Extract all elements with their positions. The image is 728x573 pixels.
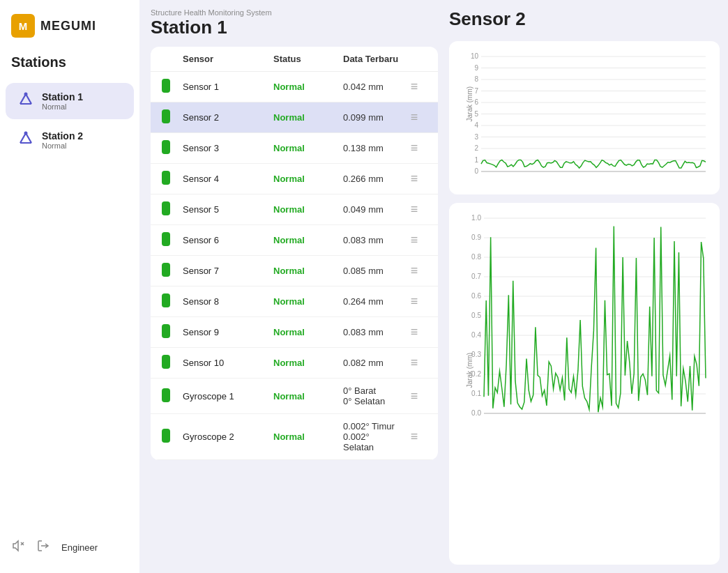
sensor-data: 0° Barat0° Selatan — [343, 385, 402, 406]
sensor-status: Normal — [273, 112, 343, 123]
user-label: Engineer — [61, 542, 98, 553]
table-row[interactable]: Sensor 8 Normal 0.264 mm ≡ — [151, 286, 438, 317]
table-row[interactable]: Sensor 4 Normal 0.266 mm ≡ — [151, 164, 438, 194]
sensor-name: Sensor 8 — [183, 296, 273, 307]
sensor-options-icon[interactable]: ≡ — [402, 141, 427, 155]
sensor-status: Normal — [273, 327, 343, 337]
sensor-options-icon[interactable]: ≡ — [402, 325, 427, 339]
sensor-name: Sensor 6 — [183, 235, 273, 245]
sensor-data: 0.049 mm — [343, 204, 402, 215]
table-row[interactable]: Sensor 5 Normal 0.049 mm ≡ — [151, 194, 438, 225]
station1-info: Station 1 Normal — [42, 91, 83, 111]
sensor-name: Gyroscope 2 — [183, 431, 273, 442]
sensor-name: Sensor 10 — [183, 358, 273, 368]
sidebar-item-station2[interactable]: Station 2 Normal — [6, 122, 134, 158]
system-label: Structure Health Monitoring System — [151, 8, 438, 17]
sensor-data: 0.099 mm — [343, 112, 402, 123]
col-options — [402, 54, 427, 64]
table-row[interactable]: Gyroscope 1 Normal 0° Barat0° Selatan ≡ — [151, 379, 438, 414]
sensor-dot — [162, 293, 183, 310]
station2-info: Station 2 Normal — [42, 130, 83, 150]
station1-icon — [17, 90, 35, 112]
table-row[interactable]: Sensor 7 Normal 0.085 mm ≡ — [151, 256, 438, 286]
sensor-options-icon[interactable]: ≡ — [402, 356, 427, 370]
sensor-data: 0.083 mm — [343, 235, 402, 245]
sensor-dot — [162, 232, 183, 248]
sensor-data: 0.266 mm — [343, 174, 402, 184]
sensor-options-icon[interactable]: ≡ — [402, 389, 427, 404]
sensor-status: Normal — [273, 266, 343, 276]
sensor-options-icon[interactable]: ≡ — [402, 202, 427, 217]
station1-name: Station 1 — [42, 91, 83, 102]
right-panel: Sensor 2 Jarak (mm) Jarak (mm) — [449, 0, 728, 573]
col-status: Status — [273, 54, 343, 64]
sensor-data: 0.138 mm — [343, 143, 402, 153]
sensor-options-icon[interactable]: ≡ — [402, 294, 427, 309]
chart2 — [455, 211, 713, 427]
table-row[interactable]: Sensor 3 Normal 0.138 mm ≡ — [151, 133, 438, 164]
sensor-rows: Sensor 1 Normal 0.042 mm ≡ Sensor 2 Norm… — [151, 72, 438, 460]
sensor-dot — [162, 355, 183, 371]
sensor-data: 0.085 mm — [343, 266, 402, 276]
sensor-table: Sensor Status Data Terbaru Sensor 1 Norm… — [151, 47, 438, 460]
station2-icon — [17, 129, 35, 151]
sensor-status: Normal — [273, 235, 343, 245]
stations-label: Stations — [0, 49, 139, 82]
sensor-data: 0.082 mm — [343, 358, 402, 368]
sensor-name: Sensor 3 — [183, 143, 273, 153]
sensor-options-icon[interactable]: ≡ — [402, 429, 427, 444]
mute-icon[interactable] — [11, 539, 25, 556]
sensor-status: Normal — [273, 296, 343, 307]
sensor-options-icon[interactable]: ≡ — [402, 171, 427, 186]
sensor-data: 0.002° Timur0.002° Selatan — [343, 421, 402, 452]
svg-point-4 — [24, 132, 28, 135]
station1-status: Normal — [42, 102, 83, 111]
sensor-dot — [162, 171, 183, 187]
sensor-data: 0.264 mm — [343, 296, 402, 307]
sensor-dot — [162, 109, 183, 125]
sensor-dot — [162, 140, 183, 156]
logo-icon: M — [11, 14, 35, 38]
logout-icon[interactable] — [36, 539, 50, 556]
chart1-y-label: Jarak (mm) — [466, 86, 473, 122]
station2-status: Normal — [42, 142, 83, 150]
table-row[interactable]: Sensor 2 Normal 0.099 mm ≡ — [151, 102, 438, 133]
station-title: Station 1 — [151, 17, 438, 38]
table-header: Sensor Status Data Terbaru — [151, 47, 438, 72]
table-row[interactable]: Sensor 1 Normal 0.042 mm ≡ — [151, 72, 438, 102]
col-data: Data Terbaru — [343, 54, 402, 64]
sensor-name: Sensor 7 — [183, 266, 273, 276]
sensor-options-icon[interactable]: ≡ — [402, 263, 427, 278]
sensor-dot — [162, 263, 183, 279]
sensor-name: Sensor 5 — [183, 204, 273, 215]
sensor-options-icon[interactable]: ≡ — [402, 233, 427, 247]
sidebar-item-station1[interactable]: Station 1 Normal — [6, 83, 134, 119]
table-row[interactable]: Gyroscope 2 Normal 0.002° Timur0.002° Se… — [151, 414, 438, 460]
sensor-status: Normal — [273, 431, 343, 442]
svg-point-2 — [24, 93, 28, 96]
sensor-status: Normal — [273, 174, 343, 184]
chart2-y-label: Jarak (mm) — [466, 352, 473, 388]
sensor-name: Sensor 2 — [183, 112, 273, 123]
logo-text: MEGUMI — [40, 19, 96, 33]
table-row[interactable]: Sensor 9 Normal 0.083 mm ≡ — [151, 317, 438, 348]
sensor-data: 0.042 mm — [343, 82, 402, 92]
sensor-options-icon[interactable]: ≡ — [402, 110, 427, 125]
sensor-dot — [162, 201, 183, 217]
sensor-dot — [162, 429, 183, 445]
sidebar: M MEGUMI Stations Station 1 Normal — [0, 0, 139, 573]
sensor-status: Normal — [273, 358, 343, 368]
sensor-dot — [162, 79, 183, 95]
chart1-container: Jarak (mm) — [449, 41, 720, 194]
sensor-status: Normal — [273, 391, 343, 402]
sensor-name: Sensor 4 — [183, 174, 273, 184]
sensor-options-icon[interactable]: ≡ — [402, 79, 427, 94]
main-header: Structure Health Monitoring System Stati… — [151, 8, 438, 38]
sensor-name: Sensor 9 — [183, 327, 273, 337]
sensor-dot — [162, 388, 183, 404]
sensor-data: 0.083 mm — [343, 327, 402, 337]
station2-name: Station 2 — [42, 130, 83, 142]
table-row[interactable]: Sensor 10 Normal 0.082 mm ≡ — [151, 348, 438, 379]
table-row[interactable]: Sensor 6 Normal 0.083 mm ≡ — [151, 225, 438, 256]
col-indicator — [162, 54, 183, 64]
